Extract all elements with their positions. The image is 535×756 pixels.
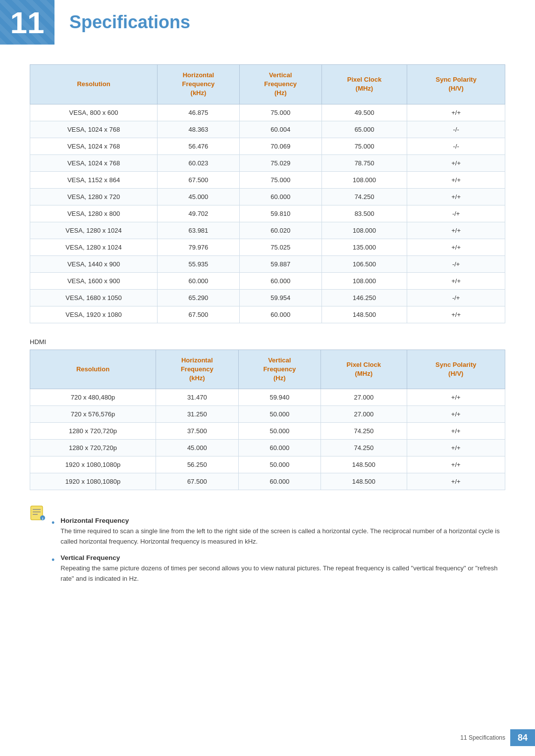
table-row: 720 x 576,576p31.25050.00027.000+/+	[30, 406, 505, 423]
vesa-table: Resolution HorizontalFrequency(kHz) Vert…	[30, 64, 505, 323]
table-row: VESA, 1440 x 90055.93559.887106.500-/+	[30, 255, 505, 272]
vesa-table-section: Resolution HorizontalFrequency(kHz) Vert…	[30, 64, 505, 323]
note-item: •Vertical FrequencyRepeating the same pi…	[52, 554, 505, 584]
col-sync-polarity: Sync Polarity(H/V)	[407, 65, 505, 104]
table-row: 1920 x 1080,1080p56.25050.000148.500+/+	[30, 456, 505, 473]
col-v-freq: VerticalFrequency(Hz)	[239, 65, 321, 104]
table-row: VESA, 1600 x 90060.00060.000108.000+/+	[30, 272, 505, 289]
col-h-freq: HorizontalFrequency(kHz)	[156, 350, 239, 389]
table-row: VESA, 1280 x 102463.98160.020108.000+/+	[30, 222, 505, 239]
table-row: 1920 x 1080,1080p67.50060.000148.500+/+	[30, 473, 505, 490]
bullet-icon: •	[52, 554, 54, 584]
svg-text:i: i	[42, 516, 43, 521]
table-row: 1280 x 720,720p45.00060.00074.250+/+	[30, 440, 505, 456]
hdmi-table-header-row: Resolution HorizontalFrequency(kHz) Vert…	[30, 350, 505, 389]
table-row: VESA, 1024 x 76848.36360.00465.000-/-	[30, 121, 505, 138]
table-row: VESA, 1024 x 76856.47670.06975.000-/-	[30, 138, 505, 154]
note-body: Vertical FrequencyRepeating the same pic…	[60, 554, 505, 584]
note-description: The time required to scan a single line …	[60, 526, 505, 547]
col-h-freq: HorizontalFrequency(kHz)	[158, 65, 240, 104]
chapter-title: Specifications	[54, 0, 190, 45]
col-sync-polarity: Sync Polarity(H/V)	[407, 350, 505, 389]
hdmi-table: Resolution HorizontalFrequency(kHz) Vert…	[30, 350, 505, 491]
table-row: VESA, 1280 x 102479.97675.025135.000+/+	[30, 239, 505, 255]
table-row: VESA, 1152 x 86467.50075.000108.000+/+	[30, 171, 505, 188]
chapter-number-block: 11	[0, 0, 54, 45]
note-body: Horizontal FrequencyThe time required to…	[60, 517, 505, 547]
table-row: VESA, 1280 x 80049.70259.81083.500-/+	[30, 205, 505, 222]
page-footer: 11 Specifications 84	[460, 729, 535, 746]
table-row: 1280 x 720,720p37.50050.00074.250+/+	[30, 423, 505, 440]
note-heading: Horizontal Frequency	[60, 517, 505, 524]
table-row: VESA, 1024 x 76860.02375.02978.750+/+	[30, 154, 505, 171]
vesa-table-header-row: Resolution HorizontalFrequency(kHz) Vert…	[30, 65, 505, 104]
col-pixel-clock: Pixel Clock(MHz)	[321, 65, 407, 104]
table-row: 720 x 480,480p31.47059.94027.000+/+	[30, 389, 505, 406]
note-description: Repeating the same picture dozens of tim…	[60, 563, 505, 584]
table-row: VESA, 1920 x 108067.50060.000148.500+/+	[30, 306, 505, 323]
footer-text: 11 Specifications	[460, 734, 510, 741]
col-resolution: Resolution	[30, 350, 156, 389]
chapter-number: 11	[10, 5, 45, 40]
col-v-freq: VerticalFrequency(Hz)	[238, 350, 321, 389]
notes-content: •Horizontal FrequencyThe time required t…	[52, 517, 505, 591]
note-heading: Vertical Frequency	[60, 554, 505, 561]
table-row: VESA, 1280 x 72045.00060.00074.250+/+	[30, 188, 505, 205]
page-content: Resolution HorizontalFrequency(kHz) Vert…	[0, 64, 535, 620]
note-item: •Horizontal FrequencyThe time required t…	[52, 517, 505, 547]
hdmi-table-section: Resolution HorizontalFrequency(kHz) Vert…	[30, 350, 505, 491]
note-icon: i	[30, 505, 46, 591]
table-row: VESA, 800 x 60046.87575.00049.500+/+	[30, 104, 505, 121]
page-header: 11 Specifications	[0, 0, 535, 54]
footer-page-number: 84	[510, 729, 535, 746]
table-row: VESA, 1680 x 105065.29059.954146.250-/+	[30, 289, 505, 306]
col-resolution: Resolution	[30, 65, 158, 104]
hdmi-label: HDMI	[30, 338, 505, 346]
notes-section: i •Horizontal FrequencyThe time required…	[30, 505, 505, 591]
bullet-icon: •	[52, 517, 54, 547]
col-pixel-clock: Pixel Clock(MHz)	[321, 350, 407, 389]
